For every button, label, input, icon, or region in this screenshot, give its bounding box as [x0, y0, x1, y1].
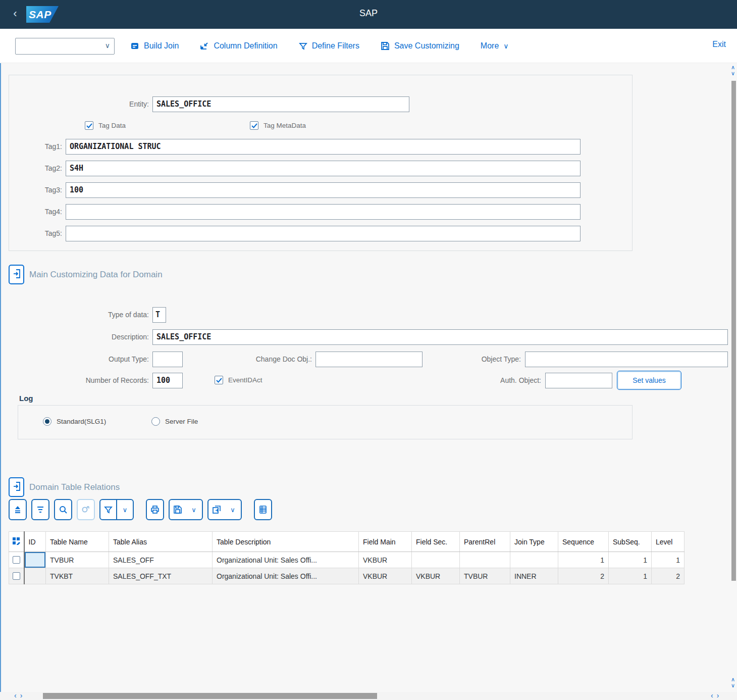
cell-level[interactable]: 2 — [652, 568, 685, 584]
print-button[interactable] — [146, 499, 164, 520]
cell-level[interactable]: 1 — [652, 552, 685, 568]
auth-object-field[interactable] — [545, 373, 612, 388]
cell-table-name[interactable]: TVBUR — [46, 552, 109, 568]
output-type-label: Output Type: — [48, 355, 149, 363]
cell-field-sec[interactable] — [412, 552, 460, 568]
cell-parentrel[interactable]: TVBUR — [460, 568, 510, 584]
scroll-up-icon[interactable]: ∧ — [731, 677, 735, 682]
cell-subseq[interactable]: 1 — [609, 568, 652, 584]
export-menu-chevron[interactable]: ∨ — [186, 500, 202, 519]
views-button[interactable] — [208, 500, 225, 519]
export-icon — [173, 505, 182, 514]
description-field[interactable]: SALES_OFFICE — [152, 329, 728, 345]
row-checkbox[interactable] — [13, 572, 20, 580]
scroll-right-icon[interactable]: › — [20, 693, 23, 698]
table-header-row: ID Table Name Table Alias Table Descript… — [9, 532, 685, 552]
column-definition-button[interactable]: Column Definition — [200, 41, 277, 51]
back-button[interactable]: ‹ — [8, 7, 22, 21]
type-of-data-field[interactable]: T — [152, 307, 166, 323]
column-header-subseq[interactable]: SubSeq. — [609, 532, 652, 552]
column-header-table-alias[interactable]: Table Alias — [109, 532, 213, 552]
cell-field-main[interactable]: VKBUR — [359, 568, 412, 584]
tag5-field[interactable] — [66, 226, 581, 241]
log-standard-radio[interactable]: Standard(SLG1) — [43, 417, 106, 426]
tag4-field[interactable] — [66, 204, 581, 220]
event-id-act-checkbox[interactable]: EventIDAct — [215, 376, 262, 384]
scroll-left-icon[interactable]: ‹ — [711, 693, 713, 698]
sort-descending-button[interactable] — [31, 499, 49, 520]
column-header-table-name[interactable]: Table Name — [46, 532, 109, 552]
tag2-field[interactable]: S4H — [66, 161, 581, 176]
cell-join-type[interactable]: INNER — [510, 568, 558, 584]
cell-table-alias[interactable]: SALES_OFF — [109, 552, 213, 568]
cell-table-name[interactable]: TVKBT — [46, 568, 109, 584]
tag-metadata-checkbox[interactable]: Tag MetaData — [250, 121, 306, 130]
save-customizing-button[interactable]: Save Customizing — [381, 41, 459, 51]
scroll-up-icon[interactable]: ∧ — [731, 65, 735, 70]
find-button[interactable] — [54, 499, 72, 520]
set-values-button[interactable]: Set values — [617, 371, 681, 390]
find-next-button[interactable] — [77, 499, 95, 520]
sort-ascending-button[interactable] — [9, 499, 27, 520]
row-select-cell[interactable] — [9, 568, 24, 584]
number-of-records-field[interactable]: 100 — [152, 373, 183, 388]
tag1-field[interactable]: ORGANIZATIONAL STRUC — [66, 139, 581, 155]
filter-menu-chevron[interactable]: ∨ — [117, 500, 133, 519]
build-join-button[interactable]: Build Join — [130, 41, 179, 51]
views-menu-chevron[interactable]: ∨ — [225, 500, 241, 519]
cell-table-description[interactable]: Organizational Unit: Sales Offi... — [213, 552, 359, 568]
row-select-cell[interactable] — [9, 552, 24, 568]
type-of-data-label: Type of data: — [48, 311, 149, 319]
entity-label: Entity: — [81, 100, 149, 108]
log-server-file-radio[interactable]: Server File — [151, 417, 198, 426]
cell-subseq[interactable]: 1 — [609, 552, 652, 568]
cell-table-alias[interactable]: SALES_OFF_TXT — [109, 568, 213, 584]
table-settings-button[interactable] — [254, 499, 272, 520]
cell-field-sec[interactable]: VKBUR — [412, 568, 460, 584]
export-button[interactable] — [170, 500, 186, 519]
column-header-join-type[interactable]: Join Type — [510, 532, 558, 552]
tag3-field[interactable]: 100 — [66, 182, 581, 198]
tag-data-checkbox[interactable]: Tag Data — [85, 121, 126, 130]
select-all-header-cell[interactable] — [9, 532, 24, 552]
scroll-down-icon[interactable]: ∨ — [731, 71, 735, 76]
row-checkbox[interactable] — [13, 556, 20, 564]
cell-sequence[interactable]: 1 — [558, 552, 609, 568]
collapse-relations-section-button[interactable] — [9, 477, 24, 497]
cell-join-type[interactable] — [510, 552, 558, 568]
set-filter-button[interactable] — [100, 500, 116, 519]
vertical-scrollbar-thumb[interactable] — [731, 81, 736, 581]
define-filters-button[interactable]: Define Filters — [299, 41, 359, 51]
change-doc-obj-field[interactable] — [315, 352, 423, 367]
cell-parentrel[interactable] — [460, 552, 510, 568]
exit-button[interactable]: Exit — [712, 40, 726, 49]
checkmark-icon — [251, 123, 257, 128]
object-type-field[interactable] — [525, 352, 728, 367]
column-header-table-description[interactable]: Table Description — [213, 532, 359, 552]
cell-id[interactable] — [24, 552, 46, 568]
scroll-down-icon[interactable]: ∨ — [731, 683, 735, 688]
toolbar-actions: Build Join Column Definition Define Filt… — [130, 29, 509, 63]
views-split-button[interactable]: ∨ — [207, 499, 242, 520]
column-header-id[interactable]: ID — [24, 532, 46, 552]
export-split-button[interactable]: ∨ — [169, 499, 203, 520]
column-header-sequence[interactable]: Sequence — [558, 532, 609, 552]
column-header-field-sec[interactable]: Field Sec. — [412, 532, 460, 552]
entity-field[interactable]: SALES_OFFICE — [152, 96, 409, 112]
column-header-level[interactable]: Level — [652, 532, 685, 552]
cell-id[interactable] — [24, 568, 46, 584]
log-standard-label: Standard(SLG1) — [57, 418, 106, 425]
more-button[interactable]: More ∨ — [481, 41, 509, 51]
scroll-left-icon[interactable]: ‹ — [14, 693, 17, 698]
output-type-field[interactable] — [152, 352, 183, 367]
layout-combobox[interactable]: ∨ — [15, 38, 115, 55]
set-filter-split-button[interactable]: ∨ — [99, 499, 134, 520]
cell-sequence[interactable]: 2 — [558, 568, 609, 584]
column-header-parentrel[interactable]: ParentRel — [460, 532, 510, 552]
cell-table-description[interactable]: Organizational Unit: Sales Offi... — [213, 568, 359, 584]
scroll-right-icon[interactable]: › — [717, 693, 719, 698]
cell-field-main[interactable]: VKBUR — [359, 552, 412, 568]
horizontal-scrollbar-thumb[interactable] — [43, 693, 377, 699]
collapse-customizing-section-button[interactable] — [9, 265, 24, 284]
column-header-field-main[interactable]: Field Main — [359, 532, 412, 552]
